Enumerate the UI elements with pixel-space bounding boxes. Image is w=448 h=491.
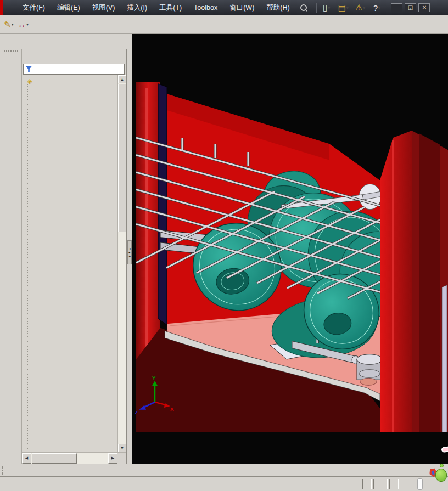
solidworks-window: 文件(F)编辑(E)视图(V)插入(I)工具(T)Toolbox窗口(W)帮助(… — [0, 0, 448, 491]
accent-stripe — [0, 0, 3, 15]
toolbar-grip[interactable] — [2, 466, 5, 475]
tree-filter — [23, 64, 125, 75]
tree-vertical-scrollbar[interactable]: ▲ ▼ — [117, 75, 126, 452]
app-close-button[interactable]: ✕ — [418, 3, 430, 12]
scroll-right-button[interactable]: ▶ — [108, 453, 117, 464]
h-scroll-thumb[interactable] — [32, 453, 77, 464]
status-bar — [0, 476, 448, 491]
menu-item[interactable]: 帮助(H) — [261, 1, 294, 15]
svg-text:X: X — [170, 406, 174, 412]
menu-item[interactable]: 插入(I) — [122, 1, 152, 15]
svg-text:Z: Z — [135, 409, 138, 415]
toolbar-grip[interactable] — [4, 50, 18, 53]
graphics-viewport[interactable]: Y X Z — [132, 34, 448, 464]
dishwasher-scene: Y X Z — [132, 34, 448, 464]
menu-item[interactable]: 编辑(E) — [52, 1, 85, 15]
snap-toolbar — [0, 464, 448, 476]
featuremanager-panel: ◈ ◀ ▶ ▲ — [22, 49, 126, 464]
manager-tab-row — [22, 49, 126, 64]
scene-canvas[interactable]: Y X Z — [132, 34, 448, 464]
window-controls: —◱✕ — [391, 3, 430, 12]
commandmanager-tabs — [0, 34, 132, 49]
smart-dimension-icon[interactable]: ↔ — [16, 17, 30, 32]
side-toolbar — [0, 49, 22, 464]
tree-horizontal-scrollbar: ◀ ▶ — [22, 452, 126, 464]
v-scroll-thumb[interactable] — [118, 84, 126, 232]
app-restore-button[interactable]: ◱ — [405, 3, 416, 12]
new-document-icon[interactable]: ▯ — [320, 0, 333, 15]
search-icon[interactable] — [300, 4, 307, 12]
menu-item[interactable]: 文件(F) — [18, 1, 50, 15]
sustainability-warning-icon[interactable]: ⚠ — [354, 0, 367, 15]
ime-toolbar — [417, 478, 423, 490]
tree-root-item[interactable]: ◈ — [23, 76, 117, 86]
scroll-up-button[interactable]: ▲ — [118, 75, 126, 83]
sketch-toolbar: ✎↔ — [0, 15, 448, 34]
app-minimize-button[interactable]: — — [391, 3, 402, 12]
help-icon[interactable]: ? — [370, 0, 383, 15]
scroll-down-button[interactable]: ▼ — [118, 444, 126, 452]
menu-item[interactable]: 窗口(W) — [225, 1, 259, 15]
left-panel-area: ◈ ◀ ▶ ▲ — [0, 34, 132, 464]
tree-filter-input[interactable] — [35, 65, 122, 73]
filter-funnel-icon — [26, 66, 32, 72]
sketch-icon[interactable]: ✎ — [2, 17, 15, 32]
menu-bar: 文件(F)编辑(E)视图(V)插入(I)工具(T)Toolbox窗口(W)帮助(… — [18, 1, 295, 15]
open-document-icon[interactable]: ▤ — [337, 0, 350, 15]
menu-item[interactable]: 工具(T) — [154, 1, 187, 15]
splitter-handle[interactable]: ◂▸◂ — [127, 240, 132, 264]
part-icon: ◈ — [26, 77, 33, 85]
quick-access-toolbar: ▯▤⚠? — [320, 0, 384, 15]
main-area: ◈ ◀ ▶ ▲ — [0, 34, 448, 464]
scroll-left-button[interactable]: ◀ — [22, 453, 31, 464]
menu-item[interactable]: Toolbox — [189, 2, 222, 14]
menu-item[interactable]: 视图(V) — [87, 1, 120, 15]
panel-splitter[interactable]: ◂▸◂ — [126, 49, 132, 464]
title-bar: 文件(F)编辑(E)视图(V)插入(I)工具(T)Toolbox窗口(W)帮助(… — [0, 0, 448, 15]
edit-state-label — [373, 479, 388, 489]
feature-tree: ◈ — [22, 75, 126, 452]
svg-text:Y: Y — [152, 375, 156, 381]
